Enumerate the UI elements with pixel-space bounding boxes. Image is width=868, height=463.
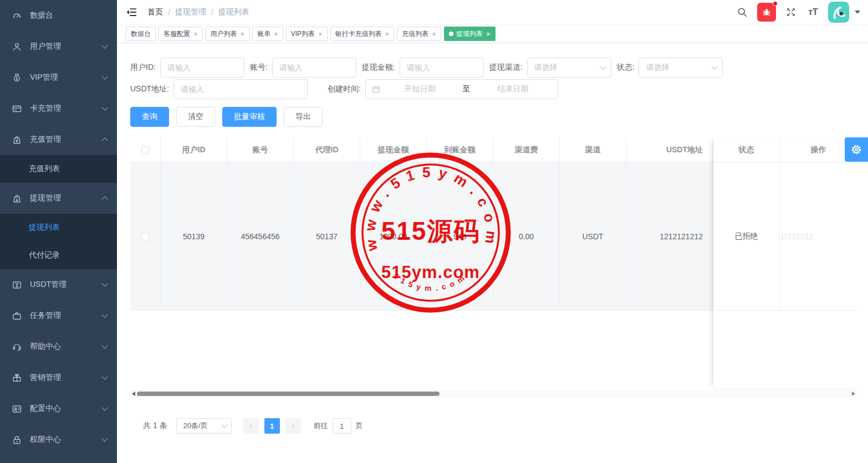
sidebar-item-config-center[interactable]: 配置中心 [0, 393, 117, 424]
column-header: 账号 [227, 138, 294, 162]
filter-label: 提现金额: [362, 63, 395, 73]
withdraw-amount-input[interactable] [400, 58, 484, 78]
select-placeholder: 请选择 [534, 63, 558, 73]
tab-withdraw-list-active[interactable]: 提现列表 × [444, 27, 496, 41]
sidebar-item-withdraw-management[interactable]: 提现管理 [0, 183, 117, 214]
sidebar-subitem-label: 充值列表 [29, 164, 60, 174]
tab-label: VIP列表 [291, 29, 315, 39]
sidebar-item-usdt-management[interactable]: USDT管理 [0, 269, 117, 300]
cell-account: 456456456 [227, 162, 294, 310]
column-header: 状态 [713, 138, 780, 162]
row-checkbox[interactable] [141, 233, 149, 240]
fold-menu-icon[interactable] [125, 6, 137, 18]
date-end-placeholder[interactable]: 结束日期 [473, 84, 552, 94]
chevron-down-icon [101, 311, 108, 317]
chevron-down-icon [101, 342, 108, 348]
cell-usdt-address: 1212121212 [626, 162, 713, 310]
tab-dashboard[interactable]: 数据台 [126, 27, 156, 41]
date-start-placeholder[interactable]: 开始日期 [381, 84, 459, 94]
breadcrumb-separator: / [168, 8, 170, 17]
dashboard-icon [11, 10, 22, 21]
sidebar-subitem-recharge-list[interactable]: 充值列表 [0, 155, 117, 183]
sidebar-item-vip-management[interactable]: VIP管理 [0, 62, 117, 93]
tab-customer-service-config[interactable]: 客服配置 × [159, 27, 203, 41]
close-icon[interactable]: × [432, 30, 436, 38]
filter-amount: 提现金额: [362, 58, 484, 78]
chevron-down-icon [712, 63, 718, 69]
tab-bill[interactable]: 账单 × [252, 27, 283, 41]
usdt-address-input[interactable] [173, 79, 308, 99]
sidebar-item-label: 数据台 [30, 11, 107, 20]
sidebar-item-label: 充值管理 [30, 135, 103, 145]
close-icon[interactable]: × [241, 30, 245, 38]
close-icon[interactable]: × [274, 30, 278, 38]
tab-bank-card-recharge-list[interactable]: 银行卡充值列表 × [330, 27, 395, 41]
chevron-down-icon [101, 280, 108, 286]
withdraw-bag-icon [11, 193, 22, 204]
search-button[interactable]: 查询 [130, 107, 169, 127]
tab-user-list[interactable]: 用户列表 × [206, 27, 250, 41]
horizontal-scrollbar[interactable] [130, 390, 857, 397]
fixed-right-columns: 状态 操作 已拒绝 11121212 [713, 138, 857, 389]
cell-channel: USDT [560, 162, 626, 310]
table-settings-gear-button[interactable] [845, 137, 868, 162]
tab-vip-list[interactable]: VIP列表 × [286, 27, 328, 41]
sidebar-item-permission-center[interactable]: 权限中心 [0, 424, 117, 455]
prev-page-button[interactable]: ‹ [243, 418, 259, 434]
filter-label: 状态: [617, 63, 635, 73]
scroll-left-arrow-icon[interactable] [132, 392, 135, 396]
page-number-1[interactable]: 1 [264, 418, 280, 434]
bug-icon[interactable] [757, 3, 776, 22]
next-page-button[interactable]: › [285, 418, 301, 434]
font-size-icon[interactable]: тT [806, 5, 820, 19]
sidebar-item-recharge-management[interactable]: 充值管理 [0, 124, 117, 155]
breadcrumb-separator: / [211, 8, 213, 17]
fullscreen-icon[interactable] [784, 5, 798, 19]
date-range-picker[interactable]: 开始日期 至 结束日期 [365, 79, 558, 99]
select-all-cell [130, 138, 161, 162]
filter-usdt-address: USDT地址: [130, 79, 308, 99]
close-icon[interactable]: × [318, 30, 323, 38]
chevron-up-icon [101, 137, 108, 143]
batch-review-button[interactable]: 批量审核 [222, 107, 277, 127]
sidebar-item-dashboard[interactable]: 数据台 [0, 0, 117, 31]
caret-down-icon[interactable] [855, 11, 860, 14]
withdraw-channel-select[interactable]: 请选择 [527, 58, 611, 78]
clear-button[interactable]: 清空 [176, 107, 215, 127]
select-all-checkbox[interactable] [141, 146, 149, 154]
avatar[interactable] [828, 2, 849, 23]
scrollbar-thumb[interactable] [137, 392, 440, 396]
app-root: 数据台 用户管理 VIP管理 卡充管理 [0, 0, 868, 463]
export-button[interactable]: 导出 [284, 107, 323, 127]
sidebar-item-task-management[interactable]: 任务管理 [0, 300, 117, 331]
sidebar: 数据台 用户管理 VIP管理 卡充管理 [0, 0, 117, 463]
tab-recharge-list[interactable]: 充值列表 × [397, 27, 441, 41]
sidebar-subitem-payment-records[interactable]: 代付记录 [0, 241, 117, 269]
cell-received: 943 [427, 162, 493, 310]
breadcrumb-home[interactable]: 首页 [147, 7, 163, 17]
sidebar-item-user-management[interactable]: 用户管理 [0, 31, 117, 62]
user-id-input[interactable] [160, 58, 244, 78]
sidebar-item-marketing-management[interactable]: 营销管理 [0, 362, 117, 393]
filter-account: 账号: [250, 58, 356, 78]
tab-label: 数据台 [131, 29, 151, 39]
sidebar-subitem-withdraw-list[interactable]: 提现列表 [0, 214, 117, 241]
sidebar-item-help-center[interactable]: 帮助中心 [0, 331, 117, 362]
cell-fee: 0.00 [493, 162, 560, 310]
page-size-select[interactable]: 20条/页 [176, 418, 232, 434]
gear-icon [850, 143, 863, 156]
close-icon[interactable]: × [385, 30, 390, 38]
column-header: USDT地址 [626, 138, 713, 162]
recharge-bag-icon [11, 134, 22, 145]
sidebar-item-card-recharge-management[interactable]: 卡充管理 [0, 93, 117, 124]
account-input[interactable] [272, 58, 356, 78]
sidebar-item-label: VIP管理 [30, 73, 103, 83]
scroll-right-arrow-icon[interactable] [852, 392, 855, 396]
tab-label: 银行卡充值列表 [335, 29, 382, 39]
search-icon[interactable] [735, 5, 749, 19]
filter-status: 状态: 请选择 [617, 58, 723, 78]
status-select[interactable]: 请选择 [639, 58, 723, 78]
close-icon[interactable]: × [193, 30, 198, 38]
goto-page-input[interactable] [333, 418, 351, 434]
close-icon[interactable]: × [486, 30, 491, 38]
